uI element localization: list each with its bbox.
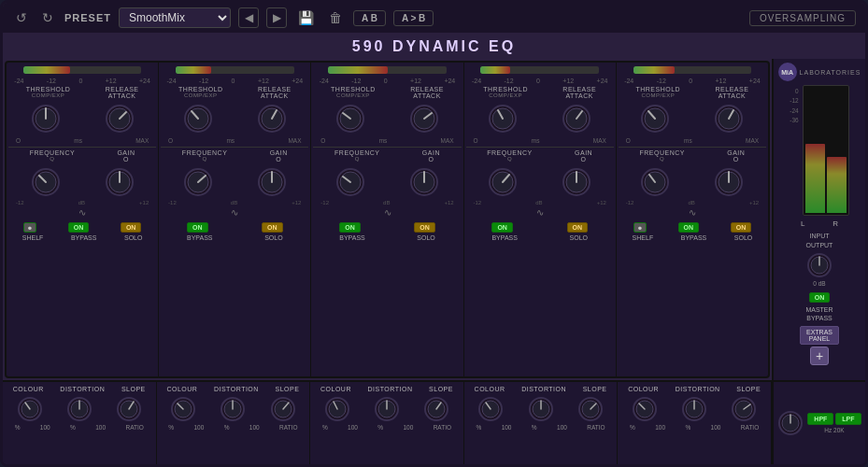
- band-1-release-knob[interactable]: [104, 103, 135, 134]
- nav-prev-button[interactable]: ◀: [238, 7, 259, 28]
- toolbar: ↺ ↻ PRESET SmoothMix ◀ ▶ 💾 🗑 A B A > B O…: [3, 3, 865, 33]
- bottom-band-2-distortion-knob[interactable]: [220, 396, 246, 422]
- band-3-release-knob[interactable]: [408, 103, 440, 134]
- bottom-band-2-colour-knob[interactable]: [170, 396, 196, 422]
- bottom-band-4-knobs: [466, 396, 616, 422]
- band-5-shelf-button[interactable]: ☻: [633, 222, 647, 233]
- band-4-gain-knob[interactable]: [561, 166, 592, 198]
- band-3-freq-knob[interactable]: [334, 166, 366, 198]
- band-3-meter: [328, 66, 447, 74]
- band-2-gain-knob[interactable]: [256, 166, 288, 198]
- bottom-band-1-knobs: [5, 396, 154, 422]
- band-3-btn-labels: BYPASS SOLO: [313, 234, 461, 241]
- extras-section: EXTRASPANEL +: [800, 326, 839, 365]
- band-5-freq-knob[interactable]: [639, 166, 671, 198]
- level-meter: [803, 85, 849, 216]
- band-3-solo-button[interactable]: ON: [414, 222, 435, 233]
- band-3: -24-120+12+24 THRESHOLD COMP/EXP RELEASE…: [311, 63, 463, 376]
- band-2-top-knobs: [161, 103, 308, 134]
- bottom-band-3-colour-knob[interactable]: [324, 396, 350, 422]
- bottom-band-3-distortion-knob[interactable]: [374, 396, 400, 422]
- logo-text: LABORATORIES: [800, 69, 861, 76]
- band-1-bypass-button[interactable]: ON: [68, 222, 90, 233]
- input-output-knob[interactable]: [806, 252, 832, 278]
- band-4-release-knob[interactable]: [561, 103, 592, 134]
- hpf-button[interactable]: HPF: [807, 413, 833, 425]
- bottom-band-4-colour-knob[interactable]: [477, 396, 504, 422]
- oversampling-button[interactable]: OVERSAMPLING: [749, 10, 856, 26]
- logo: MiA LABORATORIES: [778, 63, 861, 81]
- band-2-threshold-knob[interactable]: [182, 103, 214, 134]
- bottom-band-4-slope-knob[interactable]: [577, 396, 604, 422]
- master-bypass-on-button[interactable]: ON: [809, 292, 831, 303]
- band-2-freq-knob[interactable]: [182, 166, 214, 198]
- band-1-wave-icon: ∿: [78, 207, 86, 218]
- band-5-gain-knob[interactable]: [713, 166, 745, 198]
- band-3-bypass-button[interactable]: ON: [339, 222, 361, 233]
- lpf-button[interactable]: LPF: [835, 413, 861, 425]
- bottom-band-5-colour-knob[interactable]: [632, 396, 658, 422]
- bottom-band-2-slope-knob[interactable]: [270, 396, 296, 422]
- bottom-band-1-colour-knob[interactable]: [17, 396, 43, 422]
- band-5-meter: [633, 66, 752, 74]
- bottom-band-1-distortion-knob[interactable]: [66, 396, 92, 422]
- ab-copy-button[interactable]: A > B: [393, 10, 434, 26]
- level-meter-container: 0 -12 -24 -36: [790, 85, 848, 219]
- band-2-solo-button[interactable]: ON: [262, 222, 283, 233]
- master-bypass-section: ON MASTERBYPASS: [805, 292, 832, 322]
- band-5-buttons: ☻ ON ON: [619, 222, 766, 233]
- bottom-band-3-slope-knob[interactable]: [423, 396, 449, 422]
- bottom-band-3-knobs: [312, 396, 462, 422]
- band-3-threshold-knob[interactable]: [334, 103, 366, 134]
- band-5-top-knobs: [619, 103, 766, 134]
- band-1-freq-knob[interactable]: [30, 166, 62, 198]
- output-scale: 0 dB: [813, 280, 825, 287]
- band-5-threshold-knob[interactable]: [639, 103, 671, 134]
- band-5-solo-button[interactable]: ON: [731, 222, 752, 233]
- band-1-threshold-knob[interactable]: [30, 103, 62, 134]
- band-4-freq-knob[interactable]: [487, 166, 519, 198]
- main-area: -24-120+12+24 THRESHOLD COMP/EXP RELEASE…: [3, 59, 865, 380]
- bottom-band-1-slope-knob[interactable]: [116, 396, 142, 422]
- band-4-wave-icon: ∿: [536, 207, 544, 218]
- meter-r-label: R: [832, 219, 838, 228]
- band-3-gain-knob[interactable]: [408, 166, 440, 198]
- preset-dropdown[interactable]: SmoothMix: [119, 7, 231, 28]
- undo-button[interactable]: ↺: [12, 8, 31, 27]
- band-4-btn-labels: BYPASS SOLO: [466, 234, 614, 241]
- band-4-bypass-button[interactable]: ON: [491, 222, 513, 233]
- band-2-bypass-button[interactable]: ON: [187, 222, 208, 233]
- band-1-shelf-button[interactable]: ☻: [23, 222, 36, 233]
- meter-scale-labels: 0 -12 -24 -36: [790, 87, 798, 126]
- ab-button[interactable]: A B: [353, 10, 386, 26]
- band-5-release-knob[interactable]: [713, 103, 745, 134]
- extras-panel-button[interactable]: EXTRASPANEL: [800, 326, 839, 345]
- save-button[interactable]: 💾: [294, 8, 318, 27]
- band-2: -24-120+12+24 THRESHOLD COMP/EXP RELEASE…: [159, 63, 311, 376]
- logo-icon: MiA: [778, 63, 797, 81]
- bottom-band-2-knobs: [159, 396, 308, 422]
- delete-button[interactable]: 🗑: [325, 8, 346, 27]
- bottom-right-panel: HPF LPF Hz 20K: [772, 382, 865, 464]
- plus-button[interactable]: +: [810, 347, 829, 365]
- bottom-band-5-distortion-knob[interactable]: [681, 396, 707, 422]
- band-5-bypass-button[interactable]: ON: [678, 222, 700, 233]
- hpf-lpf-knob[interactable]: [777, 410, 804, 436]
- io-label: INPUT OUTPUT: [806, 232, 833, 250]
- band-1-gain-knob[interactable]: [104, 166, 135, 198]
- band-2-release-knob[interactable]: [256, 103, 288, 134]
- band-3-wave-icon: ∿: [384, 207, 391, 218]
- bottom-band-4-distortion-knob[interactable]: [528, 396, 554, 422]
- band-4-solo-button[interactable]: ON: [567, 222, 589, 233]
- bottom-section: COLOUR DISTORTION SLOPE: [3, 380, 865, 464]
- redo-button[interactable]: ↻: [38, 8, 57, 27]
- band-1-solo-button[interactable]: ON: [121, 222, 142, 233]
- band-3-bottom-knobs: [313, 166, 461, 198]
- nav-next-button[interactable]: ▶: [266, 7, 287, 28]
- band-4-threshold-knob[interactable]: [487, 103, 519, 134]
- band-4-buttons: ON ON: [466, 222, 614, 233]
- hpf-lpf-section: HPF LPF Hz 20K: [777, 410, 861, 436]
- band-5: -24-120+12+24 THRESHOLD COMP/EXP RELEASE…: [617, 63, 768, 376]
- bottom-band-2: COLOUR DISTORTION SLOPE: [157, 382, 311, 464]
- bottom-band-5-slope-knob[interactable]: [731, 396, 757, 422]
